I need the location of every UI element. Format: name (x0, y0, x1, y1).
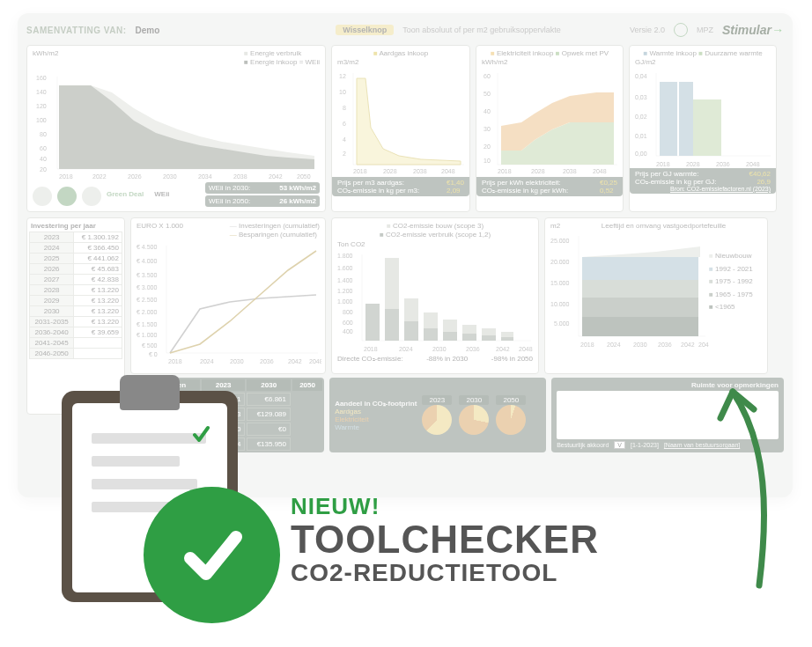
svg-text:800: 800 (343, 309, 353, 315)
svg-rect-122 (582, 257, 698, 280)
heat-footer: Prijs per GJ warmte:€40,62 CO₂-emissie i… (630, 168, 776, 194)
age-title: Leeftijd en omvang vastgoedportefeuille (565, 222, 762, 231)
svg-text:160: 160 (36, 75, 47, 81)
heat-chart: 0,040,030,020,010,00 2018202820362048 (635, 68, 772, 172)
weii-2030: WEii in 2030:53 kWh/m2 (205, 182, 320, 194)
svg-text:2048: 2048 (309, 358, 321, 364)
svg-text:2018: 2018 (498, 168, 512, 174)
svg-text:40: 40 (484, 108, 491, 114)
gas-card: ■ Aardgas inkoop m3/m2 12108642 20182028… (331, 45, 470, 212)
svg-text:40: 40 (40, 156, 47, 162)
cum-unit: EURO X 1.000 (137, 222, 183, 240)
co2-unit: Ton CO2 (337, 240, 533, 249)
elec-card: ■ Elektriciteit inkoop ■ Opwek met PV kW… (476, 45, 624, 212)
svg-text:2034: 2034 (198, 173, 212, 180)
co2-2030: -88% in 2030 (426, 355, 468, 363)
svg-text:2036: 2036 (260, 358, 274, 364)
svg-rect-54 (679, 82, 693, 156)
promo-subtitle: CO2-REDUCTIETOOL (291, 559, 599, 587)
svg-text:2038: 2038 (413, 168, 427, 174)
svg-text:20: 20 (484, 143, 491, 150)
elec-legend: ■ Elektriciteit inkoop ■ Opwek met PV (482, 49, 617, 58)
promo-clipboard (53, 368, 247, 614)
svg-text:400: 400 (343, 328, 353, 335)
akkoord-checkbox[interactable]: V (614, 441, 625, 449)
promo-text: NIEUW! TOOLCHECKER CO2-REDUCTIETOOL (291, 493, 599, 587)
svg-text:50: 50 (484, 91, 491, 97)
svg-text:1.800: 1.800 (337, 253, 353, 259)
svg-text:€ 1.500: € 1.500 (137, 321, 157, 327)
green-check-icon (144, 487, 280, 623)
svg-text:2048: 2048 (441, 168, 455, 174)
version-label: Versie 2.0 (630, 26, 665, 34)
svg-rect-53 (660, 82, 677, 156)
svg-text:2036: 2036 (658, 342, 672, 348)
heat-legend: ■ Warmte inkoop ■ Duurzame warmte (635, 49, 771, 58)
svg-text:2030: 2030 (163, 173, 177, 180)
svg-text:1.600: 1.600 (337, 265, 353, 271)
svg-text:10.000: 10.000 (550, 301, 570, 307)
svg-text:30: 30 (484, 126, 491, 132)
svg-text:2018: 2018 (656, 161, 670, 167)
svg-text:600: 600 (343, 320, 353, 326)
svg-text:2048: 2048 (746, 161, 760, 167)
svg-text:2024: 2024 (607, 342, 621, 348)
svg-rect-93 (385, 309, 399, 341)
svg-text:2028: 2028 (531, 168, 545, 174)
share-card: Aandeel in CO₂-footprint AardgasElektric… (329, 378, 546, 452)
svg-text:2038: 2038 (563, 168, 577, 174)
svg-text:12: 12 (339, 73, 346, 79)
energy-chart: 16014012010080604020 2018202220262030203… (33, 68, 320, 182)
svg-text:2042: 2042 (269, 173, 283, 180)
svg-text:25.000: 25.000 (550, 238, 570, 244)
svg-rect-105 (501, 337, 513, 341)
age-legend: ■ Nieuwbouw■ 1992 - 2021■ 1975 - 1992■ 1… (709, 250, 753, 354)
svg-text:6: 6 (343, 121, 346, 127)
energy-legend: ■ Energie verbruik ■ Energie inkoop = WE… (244, 49, 320, 68)
svg-text:2048: 2048 (593, 168, 607, 174)
svg-text:1.000: 1.000 (337, 298, 353, 305)
svg-text:€ 4.500: € 4.500 (137, 244, 157, 250)
cumulative-card: EURO X 1.000 — Investeringen (cumulatief… (130, 217, 326, 374)
svg-text:8: 8 (343, 105, 346, 111)
top-bar: SAMENVATTING VAN: Demo Wisselknop Toon a… (26, 20, 784, 40)
svg-text:€ 0: € 0 (149, 351, 158, 357)
invest-title: Investering per jaar (29, 220, 122, 232)
co2-direct-label: Directe CO₂-emissie: (337, 355, 403, 363)
mpz-label: MPZ (697, 26, 713, 34)
energy-card: kWh/m2 ■ Energie verbruik ■ Energie inko… (26, 45, 326, 212)
svg-text:0,01: 0,01 (635, 133, 647, 139)
toggle-button[interactable]: Wisselknop (336, 25, 394, 35)
svg-rect-55 (693, 99, 707, 156)
svg-text:1.200: 1.200 (337, 288, 353, 294)
cum-chart: € 4.500€ 4.000€ 3.500€ 3.000€ 2.500€ 2.0… (137, 240, 321, 371)
svg-text:2042: 2042 (681, 342, 695, 348)
svg-text:20: 20 (40, 166, 47, 173)
svg-text:2030: 2030 (230, 358, 244, 364)
svg-text:€ 3.500: € 3.500 (137, 272, 157, 278)
svg-text:2024: 2024 (399, 346, 413, 352)
svg-text:2018: 2018 (353, 168, 367, 174)
gas-unit: m3/m2 (337, 58, 464, 67)
age-chart: 25.00020.00015.00010.0005.000 2018202420… (550, 231, 709, 354)
svg-text:€ 1.000: € 1.000 (137, 332, 157, 338)
pie-2030 (459, 405, 489, 435)
summary-label: SAMENVATTING VAN: (26, 26, 127, 35)
svg-text:2022: 2022 (92, 173, 107, 180)
heat-unit: GJ/m2 (635, 58, 771, 67)
svg-text:10: 10 (339, 89, 346, 95)
svg-text:20.000: 20.000 (550, 259, 570, 265)
svg-text:2036: 2036 (716, 161, 730, 167)
svg-rect-103 (482, 335, 496, 341)
svg-text:60: 60 (484, 73, 491, 79)
svg-text:2018: 2018 (168, 358, 182, 364)
promo-nieuw: NIEUW! (291, 493, 599, 520)
pie-2050 (496, 405, 526, 435)
svg-rect-97 (424, 328, 438, 341)
svg-text:10: 10 (484, 158, 491, 164)
gas-legend: Aardgas inkoop (380, 49, 429, 57)
arrow-curve-icon (636, 365, 777, 594)
svg-rect-95 (404, 321, 418, 341)
svg-text:0,03: 0,03 (635, 94, 647, 100)
svg-text:2030: 2030 (432, 346, 447, 352)
